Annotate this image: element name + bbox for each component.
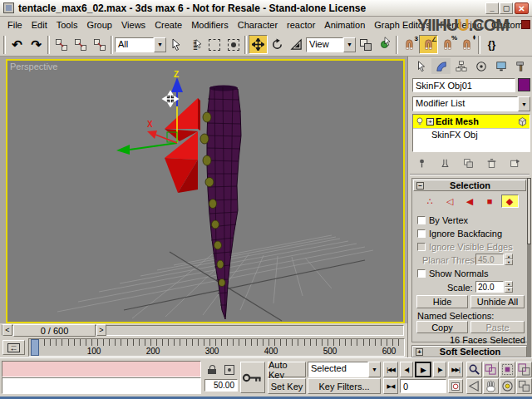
play-button[interactable]: ▶ [415,362,431,377]
absolute-offset-mode-toggle[interactable] [222,363,237,376]
go-to-start-button[interactable]: |◀◀ [383,362,398,377]
zoom-button[interactable] [466,362,482,377]
menu-edit[interactable]: Edit [32,20,47,30]
go-to-end-button[interactable]: ▶▶| [448,362,463,377]
transform-type-in-field[interactable]: 50.00 [204,379,238,392]
modifier-list-dropdown[interactable]: Modifier List ▼ [412,96,530,111]
minimize-button[interactable]: _ [485,2,499,14]
edit-named-selections-button[interactable]: {} [482,35,501,54]
zoom-extents-button[interactable] [500,362,515,377]
collapse-icon[interactable]: − [416,182,424,190]
key-filter-dropdown[interactable]: Selected ▼ [308,362,381,377]
select-by-name-button[interactable]: ≡≡≡ [185,35,204,54]
tab-motion[interactable] [471,58,490,74]
expand-icon[interactable]: + [416,348,423,356]
stack-item-base-object[interactable]: SkinFX Obj [413,128,530,140]
set-key-button[interactable]: Set Key [268,378,306,394]
show-normals-checkbox[interactable] [417,269,426,278]
auto-key-button[interactable]: Auto Key [268,362,306,377]
scrollbar-thumb[interactable] [527,178,531,244]
field-of-view-button[interactable] [466,378,482,394]
scale-spinner[interactable]: ▲▼ [505,281,513,293]
element-mode-button[interactable]: ◆ [501,195,519,208]
menu-character[interactable]: Character [238,20,278,30]
selection-filter-dropdown[interactable]: All ▼ [115,37,166,52]
unlink-selection-icon[interactable] [71,35,90,54]
face-mode-button[interactable]: ◀ [461,195,479,208]
key-filters-button[interactable]: Key Filters... [308,378,381,394]
menu-create[interactable]: Create [155,20,182,30]
snap-toggle-3d-button[interactable]: 3 [400,35,419,54]
select-and-manipulate-button[interactable] [375,35,394,54]
time-slider-prev-button[interactable]: < [2,324,12,336]
tab-create[interactable] [411,58,431,74]
time-slider-button[interactable]: 0 / 600 [13,324,96,337]
spinner-snap-toggle[interactable]: ▲▼ [457,35,476,54]
select-and-rotate-button[interactable] [268,35,287,54]
ignore-backfacing-label[interactable]: Ignore Backfacing [429,229,502,239]
object-name-field[interactable]: SkinFX Obj01 [412,78,515,92]
menu-file[interactable]: File [7,20,22,30]
dropdown-arrow-icon[interactable]: ▼ [368,362,381,377]
zoom-all-button[interactable] [483,362,499,377]
copy-button[interactable]: Copy [416,321,468,333]
select-and-move-button[interactable] [249,35,268,54]
maximize-button[interactable]: ▢ [500,2,513,14]
open-mini-curve-editor-button[interactable]: —+− [2,340,25,355]
bind-to-spacewarp-icon[interactable] [90,35,109,54]
percent-snap-toggle[interactable]: % [438,35,457,54]
rectangular-selection-region-button[interactable] [204,35,224,54]
pin-stack-button[interactable] [412,156,431,170]
time-configuration-button[interactable] [448,379,463,393]
selection-lock-toggle[interactable] [205,363,219,376]
menu-views[interactable]: Views [121,20,145,30]
selection-rollout-header[interactable]: − Selection [413,180,526,191]
tab-display[interactable] [491,58,510,74]
reference-coordinate-dropdown[interactable]: View ▼ [306,37,356,52]
select-and-scale-button[interactable] [287,35,306,54]
viewport-perspective[interactable]: Perspective [6,59,405,323]
ignore-backfacing-checkbox[interactable] [417,229,426,238]
min-max-toggle-button[interactable] [516,378,532,394]
undo-button[interactable]: ↶ [7,35,27,54]
select-and-link-icon[interactable] [52,35,71,54]
show-normals-label[interactable]: Show Normals [429,268,489,278]
track-bar-ruler[interactable]: 0 100 200 300 400 500 600 [28,338,405,357]
tab-modify[interactable] [431,58,451,74]
make-unique-button[interactable] [459,156,477,170]
dropdown-arrow-icon[interactable]: ▼ [154,37,166,52]
vertex-mode-button[interactable]: ∴ [421,195,439,208]
by-vertex-label[interactable]: By Vertex [429,215,468,225]
menu-animation[interactable]: Animation [324,20,365,30]
object-color-swatch[interactable] [518,78,530,91]
key-mode-toggle[interactable]: ▶◀ [383,378,398,394]
unhide-all-button[interactable]: Unhide All [470,295,525,308]
menu-group[interactable]: Group [86,20,112,30]
angle-snap-toggle[interactable]: ∠ [419,35,438,54]
menu-tools[interactable]: Tools [57,20,78,30]
polygon-mode-button[interactable]: ■ [481,195,499,208]
hide-button[interactable]: Hide [416,295,468,308]
status-prompt-line[interactable] [2,377,201,394]
remove-modifier-button[interactable] [482,156,500,170]
window-crossing-toggle[interactable] [224,35,243,54]
arc-rotate-button[interactable] [500,378,515,394]
edge-mode-button[interactable]: ◁ [441,195,459,208]
menu-reactor[interactable]: reactor [287,20,315,30]
menu-modifiers[interactable]: Modifiers [191,20,229,30]
dropdown-arrow-icon[interactable]: ▼ [343,37,356,52]
by-vertex-checkbox[interactable] [417,216,426,224]
maxscript-mini-listener[interactable] [2,361,201,377]
scale-field[interactable]: 20.0 [475,281,504,293]
show-end-result-button[interactable] [436,156,454,170]
next-frame-button[interactable]: |▶ [433,362,446,377]
soft-selection-header[interactable]: + Soft Selection [412,346,527,357]
tab-hierarchy[interactable] [451,58,470,74]
tab-utilities[interactable] [511,58,530,74]
close-button[interactable]: ✕ [515,2,529,14]
expand-icon[interactable]: + [426,118,434,126]
panel-scrollbar[interactable] [527,178,531,357]
pan-button[interactable] [483,378,499,394]
zoom-extents-all-button[interactable] [516,362,532,377]
stack-item-edit-mesh[interactable]: + Edit Mesh [413,115,530,128]
